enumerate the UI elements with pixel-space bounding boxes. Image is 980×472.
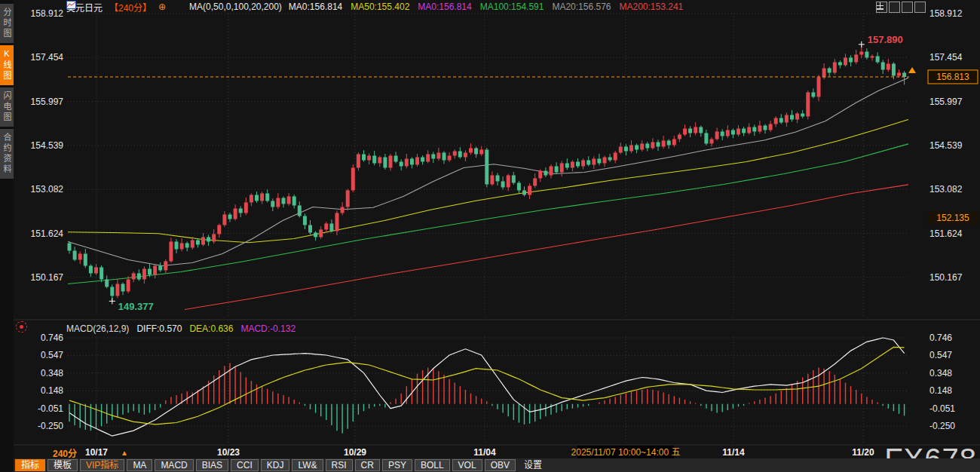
chart-type-icon[interactable] <box>173 3 182 11</box>
candle-body <box>415 157 419 164</box>
candle-body <box>806 92 810 116</box>
candle-body <box>603 157 607 163</box>
sidebar-tab-contract-info[interactable]: 合约资料 <box>0 129 14 179</box>
toolbar-tab-OBV[interactable]: OBV <box>485 459 516 471</box>
toolbar-tab-RSI[interactable]: RSI <box>326 459 353 471</box>
toolbar-tab-BIAS[interactable]: BIAS <box>196 459 228 471</box>
candle-body <box>592 158 596 164</box>
candle-body <box>341 207 345 213</box>
candle-body <box>902 72 906 76</box>
macd-diff-line <box>69 338 905 436</box>
price-axis-label-right: 157.454 <box>929 52 963 63</box>
toolbar-tab-BOLL[interactable]: BOLL <box>415 459 450 471</box>
ma-legend-item-4: MA20:156.576 <box>552 2 611 12</box>
candle-body <box>721 131 724 136</box>
candle-body <box>314 232 317 237</box>
toolbar-tab-设置[interactable]: 设置 <box>518 459 548 471</box>
toolbar-tab-MA[interactable]: MA <box>127 459 152 471</box>
candle-body <box>94 267 98 273</box>
crosshair-icon[interactable]: ⊕ <box>158 2 166 12</box>
toolbar-tab-MACD[interactable]: MACD <box>155 459 193 471</box>
candle-body <box>629 145 633 151</box>
candle-body <box>346 190 350 207</box>
toolbar-tab-CCI[interactable]: CCI <box>231 459 259 471</box>
indicator-target-icon[interactable] <box>16 321 27 333</box>
ma-legend-item-0: MA0:156.814 <box>289 2 342 12</box>
price-axis-label-right: 154.539 <box>929 140 963 151</box>
scale-axis-up-icon[interactable] <box>889 2 900 13</box>
candle-body <box>378 157 381 163</box>
candle-body <box>817 77 821 97</box>
timeframe-label[interactable]: 【240分】 <box>109 1 152 14</box>
candle-body <box>185 243 189 247</box>
toolbar-tab-LW&[interactable]: LW& <box>292 459 323 471</box>
toolbar-tab-指标[interactable]: 指标 <box>15 459 45 471</box>
candle-body <box>292 196 296 205</box>
candle-body <box>555 166 559 172</box>
candle-body <box>164 261 167 270</box>
ma-legend: MA0:156.814MA50:155.402MA0:156.814MA100:… <box>289 2 683 12</box>
chart-canvas[interactable]: 156.813152.135157.890149.377158.912158.9… <box>0 0 980 472</box>
ma-legend-item-1: MA50:155.402 <box>351 2 409 12</box>
scale-axis-right-icon[interactable] <box>902 2 913 13</box>
candle-body <box>737 128 740 134</box>
candle-body <box>191 240 194 247</box>
candle-body <box>496 175 500 181</box>
candle-body <box>667 140 671 145</box>
candle-body <box>586 160 590 164</box>
candle-body <box>512 175 516 182</box>
candle-body <box>217 225 221 234</box>
toolbar-tab-VOL[interactable]: VOL <box>452 459 482 471</box>
candle-body <box>158 265 162 270</box>
candle-body <box>324 223 328 229</box>
candle-body <box>785 115 789 122</box>
toolbar-tab-KDJ[interactable]: KDJ <box>261 459 290 471</box>
candle-body <box>704 133 708 143</box>
high-price-label: 157.890 <box>868 34 903 45</box>
sidebar-tab-kline-chart[interactable]: K线图 <box>0 45 14 85</box>
candle-body <box>662 140 666 146</box>
candle-body <box>854 54 858 62</box>
candle-body <box>394 155 398 161</box>
candle-body <box>319 229 323 237</box>
ma-params: MA(0,50,0,100,20,200) <box>189 2 282 12</box>
candle-body <box>73 250 77 259</box>
macd-axis-label-right: 0.348 <box>929 368 952 379</box>
candle-body <box>571 161 574 167</box>
candle-body <box>410 158 414 164</box>
bottom-timeframe[interactable]: 240分 ▲ <box>53 446 128 459</box>
candle-body <box>255 195 259 201</box>
candle-body <box>271 201 274 207</box>
sidebar-tab-lightning-chart[interactable]: 闪电图 <box>0 87 14 127</box>
toolbar-tab-CR[interactable]: CR <box>355 459 380 471</box>
candle-body <box>421 157 424 161</box>
candle-body <box>153 265 157 274</box>
candle-body <box>367 155 371 160</box>
toolbar-tab-PSY[interactable]: PSY <box>382 459 412 471</box>
candle-body <box>614 152 617 160</box>
candle-body <box>507 175 510 187</box>
macd-axis-label-left: 0.148 <box>41 385 63 396</box>
charting-app: FX678 156.813152.135157.890149.377158.91… <box>0 0 980 472</box>
candle-body <box>265 193 269 201</box>
candle-body <box>657 142 660 146</box>
toolbar-tab-VIP指标[interactable]: VIP指标 <box>80 459 124 471</box>
price-axis-label-left: 158.912 <box>31 8 64 19</box>
toolbar-tab-模板[interactable]: 模板 <box>47 459 78 471</box>
candle-body <box>100 267 103 279</box>
candle-body <box>859 51 863 54</box>
candle-body <box>678 134 681 139</box>
candle-body <box>474 148 478 154</box>
expand-arrow-icon[interactable]: ▲ <box>121 449 128 457</box>
chart-tool-buttons <box>876 2 926 13</box>
secondary-price-label: 152.135 <box>936 213 969 223</box>
shift-right-icon[interactable] <box>914 2 926 13</box>
sidebar-tab-time-chart[interactable]: 分时图 <box>0 4 14 43</box>
candle-body <box>683 128 687 134</box>
candle-body <box>115 284 119 296</box>
candle-body <box>260 193 264 201</box>
price-axis-label-left: 153.082 <box>31 184 64 195</box>
macd-hist-value: MACD:-0.132 <box>240 323 296 334</box>
price-axis-label-right: 153.082 <box>929 184 963 195</box>
candle-body <box>694 127 697 133</box>
